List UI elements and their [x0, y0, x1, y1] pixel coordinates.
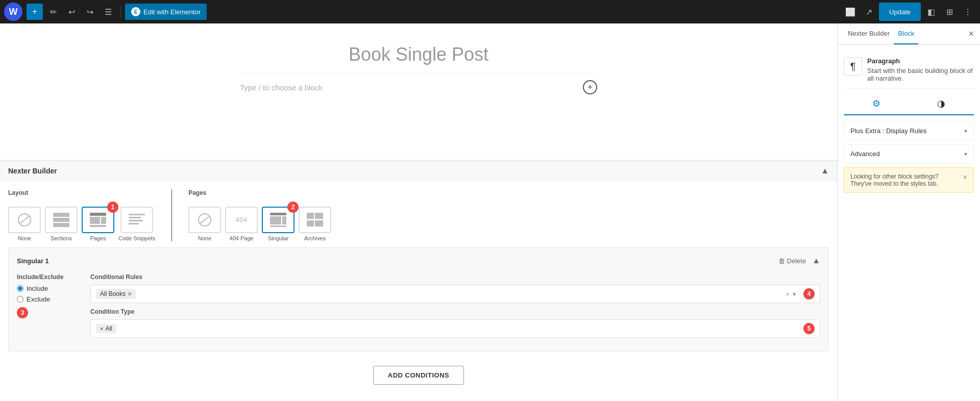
style-tab[interactable]: ◑	[909, 93, 974, 115]
advanced-label: Advanced	[850, 150, 880, 158]
placeholder-text: Type / to choose a block	[240, 83, 323, 92]
snippets-icon	[127, 211, 147, 229]
layout-snippets-icon	[120, 207, 153, 233]
undo-button[interactable]: ↩	[63, 4, 80, 20]
settings-tab[interactable]: ⚙	[844, 93, 909, 115]
nexter-collapse-button[interactable]: ▲	[821, 166, 829, 176]
dropdown-icon[interactable]: ▾	[793, 290, 796, 298]
svg-rect-16	[270, 213, 286, 215]
add-conditions-button[interactable]: ADD CONDITIONS	[373, 366, 464, 385]
exclude-text: Exclude	[27, 295, 50, 303]
include-radio[interactable]	[17, 285, 23, 292]
radio-group: Include Exclude	[17, 285, 78, 303]
editor-area: Book Single Post Type / to choose a bloc…	[0, 23, 837, 401]
sections-icon	[51, 211, 71, 229]
delete-singular-button[interactable]: 🗑 Delete	[778, 257, 806, 265]
plus-extra-label: Plus Extra : Display Rules	[850, 127, 927, 135]
condition-type-value-area: × All	[96, 324, 799, 333]
template-button[interactable]: ⊞	[941, 4, 958, 20]
delete-label: Delete	[787, 257, 806, 265]
include-exclude-label: Include/Exclude	[17, 273, 78, 281]
sidebar-close-button[interactable]: ×	[968, 29, 974, 39]
redo-button[interactable]: ↪	[82, 4, 98, 20]
separator-1	[120, 6, 121, 18]
advanced-chevron: ▾	[964, 151, 967, 158]
all-text: All	[105, 325, 112, 332]
tab-block[interactable]: Block	[894, 23, 918, 44]
conditions-area: Conditional Rules All Books × ×	[90, 273, 820, 343]
404-icon: 404	[231, 211, 252, 229]
pen-tool-button[interactable]: ✏	[45, 4, 61, 20]
edit-with-elementor-button[interactable]: E Edit with Elementor	[125, 4, 207, 20]
style-contrast-icon: ◑	[937, 98, 945, 109]
svg-rect-2	[53, 213, 69, 217]
svg-rect-22	[307, 220, 314, 227]
include-text: Include	[27, 285, 48, 292]
pages-label: Pages	[188, 189, 331, 196]
singular-actions: 🗑 Delete ▲	[778, 256, 820, 265]
pages-icons-row: None 404 404 Page	[188, 207, 331, 241]
include-radio-label[interactable]: Include	[17, 285, 78, 292]
block-placeholder-row: Type / to choose a block +	[240, 73, 597, 94]
more-menu-button[interactable]: ⋮	[960, 4, 976, 20]
advanced-section: Advanced ▾	[844, 144, 974, 163]
nexter-builder-body: Layout None	[0, 181, 837, 401]
svg-rect-19	[270, 225, 286, 227]
nexter-builder-panel: Nexter Builder ▲ Layout	[0, 160, 837, 401]
collapse-singular-button[interactable]: ▲	[812, 256, 820, 265]
post-title: Book Single Post	[349, 44, 488, 65]
external-link-button[interactable]: ↗	[861, 4, 877, 20]
block-description: Paragraph Start with the basic building …	[867, 57, 974, 82]
singular-title: Singular 1	[17, 257, 49, 265]
badge3-area: 3	[17, 307, 78, 318]
x-icon-small: ×	[100, 325, 103, 332]
svg-rect-6	[90, 217, 100, 224]
exclude-radio[interactable]	[17, 296, 23, 303]
sidebar-toggle-button[interactable]: ◧	[923, 4, 939, 20]
wordpress-logo[interactable]: W	[4, 3, 22, 21]
all-tag: × All	[96, 324, 116, 333]
layout-snippets-option[interactable]: Code Snippets	[118, 207, 155, 241]
group-separator	[172, 189, 172, 241]
layout-pages-option[interactable]: 1 Pages	[82, 207, 114, 241]
none-icon	[16, 213, 33, 227]
trash-icon: 🗑	[778, 257, 785, 265]
notice-text: Looking for other block settings? They'v…	[850, 173, 959, 187]
notice-box: Looking for other block settings? They'v…	[844, 167, 974, 193]
svg-rect-12	[129, 223, 139, 224]
layout-none-option[interactable]: None	[8, 207, 41, 241]
pages-archives-option[interactable]: Archives	[299, 207, 331, 241]
singular-section-header: Singular 1 🗑 Delete ▲	[17, 256, 820, 265]
include-exclude-section: Include/Exclude Include Exclude	[17, 273, 78, 343]
pages-none-option[interactable]: None	[188, 207, 221, 241]
add-block-toolbar-button[interactable]: +	[27, 4, 43, 20]
view-mode-button[interactable]: ⬜	[842, 4, 859, 20]
all-books-tag: All Books ×	[96, 289, 136, 299]
svg-rect-10	[129, 217, 141, 218]
tab-nexter-builder[interactable]: Nexter Builder	[844, 23, 894, 44]
pages-group: Pages None	[188, 189, 331, 241]
remove-all-books[interactable]: ×	[128, 290, 132, 298]
pages-404-option[interactable]: 404 404 Page	[225, 207, 258, 241]
editor-content: Book Single Post Type / to choose a bloc…	[0, 23, 837, 160]
conditional-rules-label: Conditional Rules	[90, 273, 820, 281]
pages-singular-option[interactable]: 2 Singular	[262, 207, 295, 241]
add-block-inline-button[interactable]: +	[583, 80, 597, 94]
plus-extra-header[interactable]: Plus Extra : Display Rules ▾	[844, 122, 973, 140]
block-info: ¶ Paragraph Start with the basic buildin…	[844, 51, 974, 89]
list-view-button[interactable]: ☰	[100, 4, 116, 20]
condition-type-field[interactable]: × All 5	[90, 319, 820, 338]
clear-icon[interactable]: ×	[786, 290, 790, 298]
advanced-header[interactable]: Advanced ▾	[844, 145, 973, 163]
conditional-rules-field[interactable]: All Books × × ▾ 4	[90, 285, 820, 303]
layout-sections-option[interactable]: Sections	[45, 207, 78, 241]
pages-none-label: None	[198, 235, 211, 241]
elementor-icon: E	[131, 7, 140, 16]
update-button[interactable]: Update	[879, 3, 921, 21]
notice-close-button[interactable]: ×	[963, 173, 967, 181]
pages-404-icon: 404	[225, 207, 258, 233]
pages-singular-label: Singular	[268, 235, 288, 241]
layout-sections-label: Sections	[51, 235, 72, 241]
pages-none-icon	[197, 213, 213, 227]
exclude-radio-label[interactable]: Exclude	[17, 295, 78, 303]
